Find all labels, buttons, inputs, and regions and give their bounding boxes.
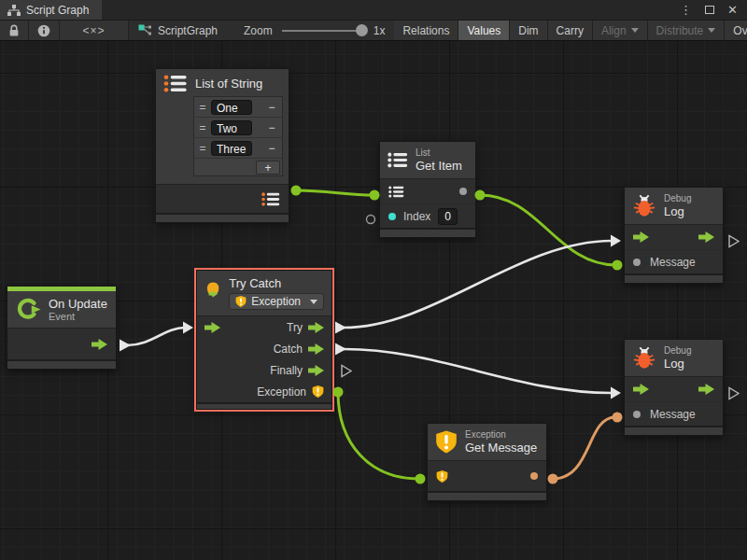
tabbar-spacer: [102, 0, 680, 20]
node-subtitle: Event: [49, 311, 107, 322]
log-top-flow-out-marker[interactable]: [729, 236, 739, 247]
values-button[interactable]: Values: [458, 21, 510, 40]
list-item-input[interactable]: Three: [211, 141, 252, 156]
list-icon: [163, 75, 188, 92]
finally-unconnected-marker[interactable]: [342, 366, 351, 377]
carry-button[interactable]: Carry: [548, 21, 593, 40]
dim-button[interactable]: Dim: [510, 21, 547, 40]
graph-canvas[interactable]: List of String = One − = Two − =: [0, 41, 747, 560]
caret-down-icon: [631, 28, 639, 33]
add-item-button[interactable]: +: [256, 161, 280, 175]
dropdown-label: Exception: [251, 295, 301, 308]
catch-port-label: Catch: [274, 343, 303, 356]
index-input-port[interactable]: [388, 213, 396, 220]
message-input-port[interactable]: [633, 411, 641, 418]
exception-type-dropdown[interactable]: Exception: [229, 293, 324, 310]
graph-breadcrumb[interactable]: ScriptGraph: [138, 24, 218, 37]
breadcrumb-label: ScriptGraph: [158, 24, 218, 37]
hierarchy-icon: [7, 5, 21, 16]
zoom-value: 1x: [374, 24, 386, 37]
lock-icon: [8, 24, 20, 37]
wire-try-to-log[interactable]: [344, 241, 612, 328]
zoom-slider[interactable]: [282, 30, 364, 32]
drag-handle[interactable]: =: [198, 101, 207, 114]
try-catch-icon: [204, 276, 221, 304]
wire-exception-to-getmessage[interactable]: [338, 392, 419, 479]
lock-button[interactable]: [0, 21, 29, 40]
node-title: Get Message: [465, 441, 537, 455]
wire-getmessage-to-log[interactable]: [553, 417, 615, 479]
info-button[interactable]: [29, 21, 60, 40]
node-debug-log-top[interactable]: Debug Log Message: [624, 187, 724, 284]
align-dropdown[interactable]: Align: [593, 21, 648, 40]
list-input-port[interactable]: [388, 186, 404, 198]
log-bottom-flow-out-marker[interactable]: [729, 388, 739, 399]
wire-catch-to-log[interactable]: [344, 349, 612, 393]
node-category: List: [416, 147, 462, 159]
exception-input-port[interactable]: [436, 469, 448, 483]
try-port-label: Try: [287, 321, 303, 334]
finally-output-port[interactable]: [308, 365, 324, 376]
node-category: Debug: [664, 345, 691, 357]
node-footer: [625, 426, 723, 435]
flow-output-port[interactable]: [698, 384, 714, 395]
catch-output-port[interactable]: [308, 343, 324, 355]
overview-button[interactable]: Overview: [725, 21, 747, 40]
flow-output-port[interactable]: [92, 339, 107, 350]
loop-event-icon: [15, 297, 41, 322]
flow-output-port[interactable]: [698, 231, 714, 243]
node-category: Debug: [664, 193, 691, 204]
message-label: Message: [650, 408, 696, 421]
drag-handle[interactable]: =: [198, 142, 207, 155]
node-footer: [197, 402, 331, 409]
wire-onupdate-to-trycatch[interactable]: [127, 328, 185, 345]
message-input-port[interactable]: [633, 259, 641, 266]
node-debug-log-bottom[interactable]: Debug Log Message: [624, 339, 724, 436]
flow-input-port[interactable]: [633, 231, 649, 243]
node-footer: [380, 228, 475, 237]
list-item-row: = One −: [194, 97, 282, 118]
code-preview-button[interactable]: <×>: [60, 21, 129, 40]
list-item-input[interactable]: Two: [211, 120, 252, 135]
index-value-field[interactable]: 0: [438, 208, 458, 225]
exception-output-port[interactable]: [312, 385, 324, 399]
node-category: Exception: [465, 429, 537, 441]
caret-down-icon: [310, 300, 317, 304]
node-list-of-string[interactable]: List of String = One − = Two − =: [155, 68, 289, 223]
remove-item-button[interactable]: −: [265, 142, 278, 155]
drag-handle[interactable]: =: [198, 121, 207, 134]
tab-title: Script Graph: [26, 4, 89, 17]
wire-getitem-to-log[interactable]: [480, 195, 616, 265]
relations-button[interactable]: Relations: [394, 21, 458, 40]
list-editor: = One − = Two − = Three −: [193, 96, 283, 176]
close-button[interactable]: ✕: [727, 4, 738, 16]
distribute-dropdown[interactable]: Distribute: [648, 21, 726, 40]
maximize-button[interactable]: [705, 6, 714, 14]
window-menu-button[interactable]: ⋮: [680, 4, 692, 16]
bug-icon: [632, 346, 656, 370]
tab-script-graph[interactable]: Script Graph: [0, 0, 102, 20]
wire-list-to-getitem[interactable]: [296, 190, 374, 195]
node-try-catch[interactable]: Try Catch Exception Try: [196, 270, 332, 410]
node-title: Log: [664, 204, 691, 218]
try-output-port[interactable]: [308, 322, 324, 333]
remove-item-button[interactable]: −: [265, 121, 278, 134]
list-item-row: = Three −: [194, 138, 282, 159]
node-get-item[interactable]: List Get Item Index 0: [379, 141, 476, 238]
index-unconnected-marker[interactable]: [367, 216, 375, 224]
flow-input-port[interactable]: [633, 384, 649, 395]
item-output-port[interactable]: [459, 188, 467, 195]
node-get-message[interactable]: Exception Get Message: [427, 423, 547, 501]
zoom-slider-handle[interactable]: [356, 24, 368, 36]
node-footer: [156, 213, 289, 222]
remove-item-button[interactable]: −: [265, 101, 278, 114]
list-item-input[interactable]: One: [211, 100, 252, 115]
node-title: Try Catch: [229, 276, 324, 290]
list-output-port[interactable]: [261, 192, 280, 206]
node-footer: [625, 273, 723, 283]
flow-input-port[interactable]: [204, 322, 220, 333]
exception-port-label: Exception: [257, 385, 306, 399]
tab-bar: Script Graph ⋮ ✕: [0, 0, 747, 21]
node-on-update[interactable]: On Update Event: [7, 286, 117, 370]
message-output-port[interactable]: [530, 472, 538, 480]
